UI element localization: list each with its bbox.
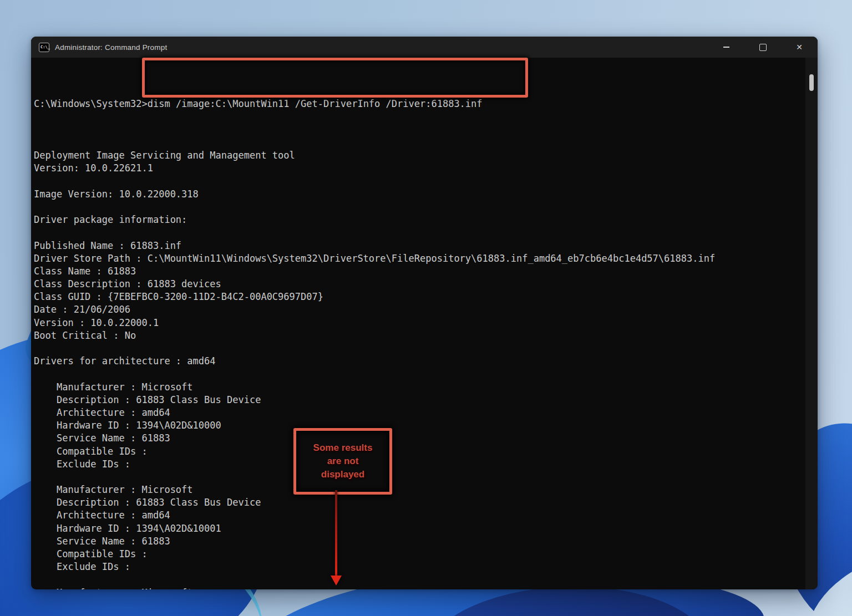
console-line: Exclude IDs : xyxy=(34,561,805,573)
console-line: Manufacturer : Microsoft xyxy=(34,483,805,496)
prompt-line: C:\Windows\System32>dism /image:C:\Mount… xyxy=(34,98,805,110)
console-line xyxy=(34,201,805,213)
window-controls: ✕ xyxy=(708,37,818,58)
close-icon: ✕ xyxy=(796,43,803,51)
console-line: Description : 61883 Class Bus Device xyxy=(34,394,805,406)
window-title: Administrator: Command Prompt xyxy=(55,43,167,52)
console-output[interactable]: C:\Windows\System32>dism /image:C:\Mount… xyxy=(31,58,805,589)
console-line: Hardware ID : 1394\A02D&10001 xyxy=(34,522,805,535)
maximize-icon xyxy=(759,44,767,51)
console-line: Class GUID : {7EBEFBC0-3200-11D2-B4C2-00… xyxy=(34,291,805,303)
prompt-path: C:\Windows\System32> xyxy=(34,98,148,109)
console-line xyxy=(34,175,805,188)
callout-text: Some results are not displayed xyxy=(313,441,373,481)
console-line: Driver package information: xyxy=(34,213,805,226)
console-line: Version : 10.0.22000.1 xyxy=(34,317,805,329)
console-line: Manufacturer : Microsoft xyxy=(34,587,805,589)
arrow-down-icon xyxy=(331,576,342,586)
console-line: Manufacturer : Microsoft xyxy=(34,381,805,394)
console-line xyxy=(34,573,805,586)
console-line xyxy=(34,368,805,380)
console-line: Published Name : 61883.inf xyxy=(34,240,805,252)
callout-line: displayed xyxy=(313,468,373,481)
console-line xyxy=(34,226,805,239)
console-line: Hardware ID : 1394\A02D&10000 xyxy=(34,419,805,432)
scrollbar[interactable] xyxy=(805,58,818,589)
command-highlight-box xyxy=(142,58,528,98)
callout-box: Some results are not displayed xyxy=(293,428,392,495)
close-button[interactable]: ✕ xyxy=(781,37,818,58)
console-line: Drivers for architecture : amd64 xyxy=(34,355,805,368)
console-line: Service Name : 61883 xyxy=(34,535,805,548)
console-line: Boot Critical : No xyxy=(34,329,805,342)
console-line xyxy=(34,342,805,355)
console-line: Driver Store Path : C:\MountWin11\Window… xyxy=(34,252,805,265)
console-line: Architecture : amd64 xyxy=(34,509,805,522)
console-line xyxy=(34,136,805,149)
callout-line: are not xyxy=(313,455,373,468)
cmd-icon-text: C:\_ xyxy=(40,45,50,49)
console-line: Compatible IDs : xyxy=(34,548,805,561)
window-titlebar[interactable]: C:\_ Administrator: Command Prompt ✕ xyxy=(31,37,818,58)
console-line: Description : 61883 Class Bus Device xyxy=(34,496,805,509)
scrollbar-thumb[interactable] xyxy=(809,74,814,91)
console-line xyxy=(34,471,805,483)
console-line: Class Name : 61883 xyxy=(34,265,805,278)
minimize-icon xyxy=(723,47,729,48)
terminal-window: C:\_ Administrator: Command Prompt ✕ C:\… xyxy=(31,37,818,589)
console-line: Compatible IDs : xyxy=(34,445,805,458)
callout-line: Some results xyxy=(313,441,373,455)
console-line: Date : 21/06/2006 xyxy=(34,303,805,316)
callout-arrow-line xyxy=(335,490,337,577)
minimize-button[interactable] xyxy=(708,37,744,58)
console-lines: Deployment Image Servicing and Managemen… xyxy=(34,136,805,589)
console-line: Architecture : amd64 xyxy=(34,406,805,419)
console-line: Version: 10.0.22621.1 xyxy=(34,162,805,175)
console-line: Service Name : 61883 xyxy=(34,432,805,445)
command-text: dism /image:C:\MountWin11 /Get-DriverInf… xyxy=(148,98,483,109)
cmd-prompt-icon: C:\_ xyxy=(39,43,49,52)
console-line: Deployment Image Servicing and Managemen… xyxy=(34,149,805,162)
console-line: Class Description : 61883 devices xyxy=(34,278,805,291)
console-line: Image Version: 10.0.22000.318 xyxy=(34,188,805,201)
console-line: Exclude IDs : xyxy=(34,458,805,471)
maximize-button[interactable] xyxy=(744,37,781,58)
